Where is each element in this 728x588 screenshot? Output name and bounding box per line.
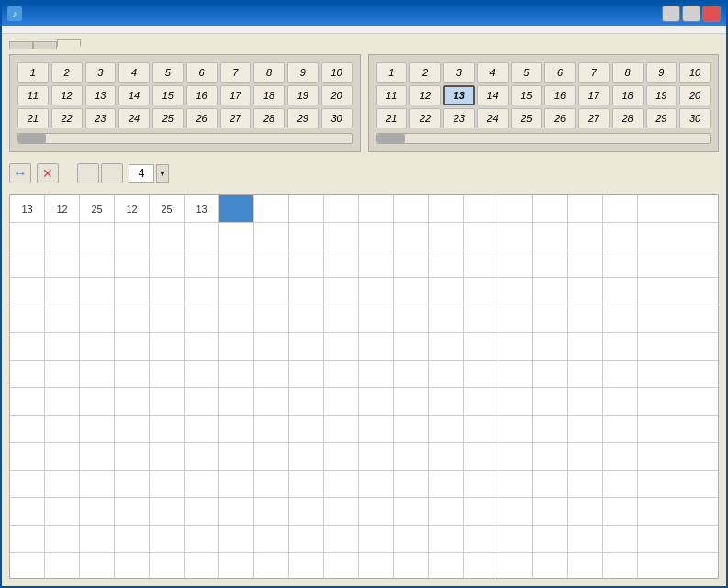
grid-cell[interactable] — [498, 498, 533, 525]
grid-cell[interactable] — [219, 443, 254, 470]
add-button[interactable]: ↔ — [9, 163, 31, 183]
grid-cell[interactable] — [464, 526, 498, 552]
grid-cell[interactable] — [150, 361, 185, 387]
grid-cell[interactable] — [80, 416, 115, 442]
grid-cell[interactable] — [45, 416, 80, 442]
grid-cell[interactable] — [324, 250, 359, 277]
grid-cell[interactable] — [603, 361, 638, 387]
grid-cell[interactable] — [603, 250, 638, 277]
left-num-btn-17[interactable]: 17 — [220, 85, 252, 105]
grid-cell[interactable] — [498, 305, 533, 332]
grid-cell[interactable] — [533, 471, 568, 497]
grid-cell[interactable] — [568, 471, 603, 497]
grid-cell[interactable] — [45, 278, 80, 305]
grid-cell[interactable] — [638, 223, 673, 250]
right-num-btn-12[interactable]: 12 — [409, 85, 441, 105]
grid-cell[interactable] — [324, 361, 359, 387]
grid-cell[interactable] — [10, 443, 45, 470]
grid-cell[interactable] — [533, 250, 568, 277]
grid-cell[interactable] — [568, 361, 603, 387]
grid-cell[interactable] — [10, 333, 45, 360]
grid-cell[interactable] — [394, 250, 429, 277]
grid-cell[interactable] — [10, 498, 45, 525]
left-num-btn-10[interactable]: 10 — [321, 62, 353, 83]
close-button[interactable] — [702, 6, 721, 22]
grid-cell[interactable] — [429, 553, 464, 578]
grid-cell[interactable] — [533, 443, 568, 470]
grid-cell[interactable] — [359, 416, 394, 442]
left-num-btn-16[interactable]: 16 — [186, 85, 218, 105]
grid-cell[interactable] — [10, 553, 45, 578]
grid-cell[interactable] — [394, 498, 429, 525]
grid-cell[interactable] — [394, 553, 429, 578]
left-num-btn-19[interactable]: 19 — [287, 85, 319, 105]
grid-cell[interactable] — [45, 388, 80, 415]
grid-cell[interactable]: 12 — [115, 195, 150, 222]
right-num-btn-18[interactable]: 18 — [612, 85, 644, 105]
grid-cell[interactable] — [359, 278, 394, 305]
grid-cell[interactable] — [115, 278, 150, 305]
grid-cell[interactable] — [185, 471, 219, 497]
left-num-btn-4[interactable]: 4 — [118, 62, 150, 83]
grid-cell[interactable] — [429, 498, 464, 525]
grid-cell[interactable] — [498, 223, 533, 250]
left-num-btn-1[interactable]: 1 — [17, 62, 49, 83]
grid-cell[interactable] — [324, 443, 359, 470]
left-num-btn-12[interactable]: 12 — [51, 85, 83, 105]
minimize-button[interactable] — [662, 6, 680, 22]
grid-cell[interactable] — [45, 443, 80, 470]
grid-cell[interactable] — [185, 361, 219, 387]
grid-cell[interactable] — [638, 305, 673, 332]
grid-cell[interactable] — [115, 223, 150, 250]
right-num-btn-27[interactable]: 27 — [578, 108, 610, 128]
grid-cell[interactable] — [219, 223, 254, 250]
right-scrollbar[interactable] — [376, 133, 711, 144]
grid-cell[interactable] — [324, 416, 359, 442]
right-num-btn-10[interactable]: 10 — [679, 62, 711, 83]
right-num-btn-30[interactable]: 30 — [679, 108, 711, 128]
grid-cell[interactable] — [289, 443, 324, 470]
grid-cell[interactable] — [219, 305, 254, 332]
tab-measure[interactable] — [9, 41, 33, 49]
grid-cell[interactable] — [498, 553, 533, 578]
grid-cell[interactable] — [324, 388, 359, 415]
grid-cell[interactable] — [464, 195, 498, 222]
grid-cell[interactable] — [289, 498, 324, 525]
grid-cell[interactable] — [464, 250, 498, 277]
grid-cell[interactable] — [324, 526, 359, 552]
right-num-btn-2[interactable]: 2 — [409, 62, 441, 83]
menu-file[interactable] — [6, 28, 20, 31]
grid-cell[interactable] — [359, 305, 394, 332]
grid-cell[interactable] — [80, 443, 115, 470]
grid-cell[interactable] — [150, 305, 185, 332]
grid-cell[interactable] — [219, 195, 254, 222]
grid-cell[interactable] — [219, 333, 254, 360]
grid-cell[interactable] — [185, 498, 219, 525]
grid-cell[interactable] — [150, 498, 185, 525]
grid-cell[interactable] — [464, 471, 498, 497]
grid-cell[interactable] — [289, 333, 324, 360]
grid-cell[interactable] — [254, 278, 289, 305]
grid-cell[interactable] — [185, 305, 219, 332]
right-num-btn-20[interactable]: 20 — [679, 85, 711, 105]
grid-cell[interactable] — [603, 223, 638, 250]
grid-cell[interactable] — [219, 471, 254, 497]
right-num-btn-3[interactable]: 3 — [443, 62, 475, 83]
grid-cell[interactable] — [254, 471, 289, 497]
grid-cell[interactable] — [80, 498, 115, 525]
right-num-btn-21[interactable]: 21 — [376, 108, 408, 128]
left-num-btn-22[interactable]: 22 — [51, 108, 83, 128]
right-num-btn-29[interactable]: 29 — [646, 108, 678, 128]
grid-cell[interactable] — [429, 526, 464, 552]
grid-cell[interactable] — [324, 305, 359, 332]
grid-cell[interactable] — [219, 250, 254, 277]
menu-options[interactable] — [22, 28, 37, 31]
maximize-button[interactable] — [682, 6, 700, 22]
left-num-btn-25[interactable]: 25 — [152, 108, 184, 128]
grid-cell[interactable] — [185, 388, 219, 415]
left-num-btn-15[interactable]: 15 — [152, 85, 184, 105]
right-num-btn-7[interactable]: 7 — [578, 62, 610, 83]
grid-cell[interactable] — [533, 278, 568, 305]
grid-cell[interactable] — [394, 333, 429, 360]
left-num-btn-11[interactable]: 11 — [17, 85, 49, 105]
